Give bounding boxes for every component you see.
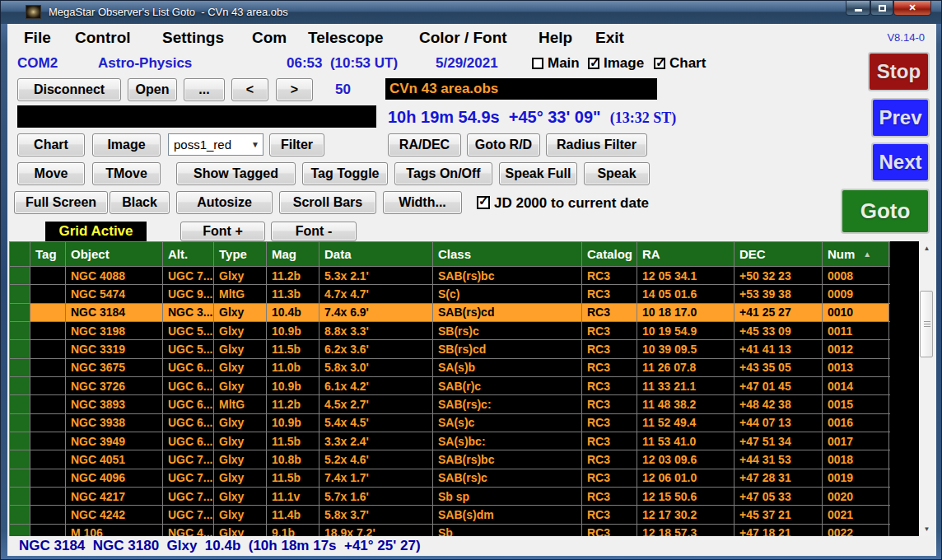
col-header-tag[interactable]: Tag (30, 242, 66, 266)
menu-control[interactable]: Control (75, 29, 131, 47)
next-button[interactable]: Next (871, 142, 930, 182)
prev-button[interactable]: Prev (871, 98, 930, 138)
black-button[interactable]: Black (110, 191, 170, 214)
prev-file-button[interactable]: < (231, 78, 268, 101)
jd2000-checkbox-group[interactable]: JD 2000 to current date (477, 195, 649, 212)
cell-cls: SB(rs)cd (433, 340, 582, 357)
col-header-object[interactable]: Object (66, 242, 163, 266)
table-row[interactable]: NGC 4242UGC 7...Glxy11.4b5.8x 3.7'SAB(s)… (10, 506, 890, 524)
table-row[interactable]: NGC 3938UGC 6...Glxy10.9b5.4x 4.5'SA(s)c… (10, 414, 890, 432)
object-entry-field[interactable] (17, 105, 376, 128)
speak-button[interactable]: Speak (584, 162, 650, 185)
image-button[interactable]: Image (92, 133, 161, 156)
titlebar[interactable]: MegaStar Observer's List Goto - CVn 43 a… (1, 1, 941, 24)
table-row[interactable]: NGC 4217UGC 7...Glxy11.1v5.7x 1.6'Sb spR… (10, 488, 890, 506)
stop-button[interactable]: Stop (868, 52, 930, 91)
table-row[interactable]: NGC 3198UGC 5...Glxy10.9b8.8x 3.3'SB(rs)… (10, 322, 890, 340)
chart-checkbox[interactable] (654, 58, 665, 69)
menu-telescope[interactable]: Telescope (308, 29, 384, 47)
col-header-num[interactable]: Num ▲ (823, 242, 889, 266)
row-indicator (10, 340, 30, 357)
app-window: MegaStar Observer's List Goto - CVn 43 a… (0, 0, 942, 560)
table-row[interactable]: NGC 3319UGC 5...Glxy11.5b6.2x 3.6'SB(rs)… (10, 340, 890, 358)
cell-dec: +48 42 38 (734, 395, 823, 413)
col-header-type[interactable]: Type (214, 242, 267, 266)
cell-alt: UGC 6... (163, 359, 214, 376)
scroll-down-icon[interactable]: ▼ (919, 522, 935, 536)
col-header-catalog[interactable]: Catalog (582, 242, 637, 266)
speak-full-button[interactable]: Speak Full (499, 162, 577, 185)
tmove-button[interactable]: TMove (92, 162, 161, 185)
col-header-dec[interactable]: DEC (734, 242, 823, 266)
sidereal-time: (13:32 ST) (610, 110, 677, 126)
col-header-mag[interactable]: Mag (267, 242, 319, 266)
table-row[interactable]: NGC 3726UGC 6...Glxy10.9b6.1x 4.2'SAB(r)… (10, 377, 890, 395)
image-checkbox[interactable] (588, 58, 599, 69)
open-button[interactable]: Open (128, 78, 177, 101)
survey-dropdown[interactable]: poss1_red ▼ (168, 133, 263, 156)
col-header-data[interactable]: Data (319, 242, 433, 266)
row-indicator (10, 469, 30, 487)
table-row[interactable]: NGC 4088UGC 7...Glxy11.2b5.3x 2.1'SAB(rs… (10, 267, 890, 285)
font-plus-button[interactable]: Font + (180, 222, 265, 241)
tags-onoff-button[interactable]: Tags On/Off (394, 162, 492, 185)
table-row[interactable]: NGC 3949UGC 6...Glxy11.5b3.3x 2.4'SA(s)b… (10, 432, 890, 450)
table-row[interactable]: NGC 3893UGC 6...MltG11.2b4.5x 2.7'SAB(rs… (10, 395, 890, 413)
cell-cls: SAB(r)c (433, 377, 582, 394)
cell-object: NGC 5474 (66, 285, 163, 302)
minimize-button[interactable] (846, 1, 870, 16)
menu-settings[interactable]: Settings (162, 29, 224, 47)
move-button[interactable]: Move (17, 162, 85, 185)
minimize-icon (855, 9, 862, 12)
menu-com[interactable]: Com (252, 29, 287, 47)
menu-color-font[interactable]: Color / Font (419, 29, 507, 47)
tag-toggle-button[interactable]: Tag Toggle (302, 162, 388, 185)
scroll-up-icon[interactable]: ▲ (919, 241, 935, 255)
table-row[interactable]: NGC 3184NGC 3...Glxy10.4b7.4x 6.9'SAB(rs… (10, 304, 890, 322)
main-checkbox-group[interactable]: Main (532, 55, 580, 72)
scrollbar-thumb[interactable] (920, 291, 933, 357)
cell-catalog: RC3 (582, 359, 637, 376)
filter-button[interactable]: Filter (269, 133, 324, 156)
jd2000-checkbox[interactable] (477, 196, 490, 209)
menu-file[interactable]: File (24, 29, 51, 47)
cell-tag (30, 267, 66, 284)
main-checkbox[interactable] (532, 58, 543, 69)
ra-dec-button[interactable]: RA/DEC (388, 133, 461, 156)
scroll-bars-button[interactable]: Scroll Bars (279, 191, 376, 214)
image-checkbox-group[interactable]: Image (588, 55, 644, 72)
font-minus-button[interactable]: Font - (271, 222, 357, 241)
cell-ra: 11 53 41.0 (637, 432, 734, 450)
table-row[interactable]: NGC 4096UGC 7...Glxy11.5b7.4x 1.7'SAB(rs… (10, 469, 890, 488)
col-header-alt[interactable]: Alt. (163, 242, 214, 266)
more-files-button[interactable]: ... (184, 78, 225, 101)
table-scrollbar[interactable]: ▲ ▼ (919, 241, 935, 536)
close-icon: ✕ (908, 2, 916, 13)
cell-object: NGC 4242 (66, 506, 163, 523)
cell-type: Glxy (214, 304, 267, 321)
col-header-ra[interactable]: RA (637, 242, 734, 266)
col-header-class[interactable]: Class (433, 242, 582, 266)
table-row[interactable]: NGC 5474UGC 9...MltG11.3b4.7x 4.7'S(c)RC… (10, 285, 890, 303)
chart-button[interactable]: Chart (17, 133, 85, 156)
radius-filter-button[interactable]: Radius Filter (546, 133, 647, 156)
menu-help[interactable]: Help (539, 29, 572, 47)
autosize-button[interactable]: Autosize (176, 191, 273, 214)
next-file-button[interactable]: > (276, 78, 313, 101)
maximize-button[interactable] (870, 1, 893, 16)
cell-tag (30, 395, 66, 413)
goto-rd-button[interactable]: Goto R/D (467, 133, 540, 156)
goto-button[interactable]: Goto (841, 189, 930, 234)
show-tagged-button[interactable]: Show Tagged (176, 162, 296, 185)
full-screen-button[interactable]: Full Screen (14, 191, 108, 214)
width-button[interactable]: Width... (383, 191, 462, 214)
cell-alt: UGC 5... (163, 322, 214, 339)
close-button[interactable]: ✕ (893, 1, 931, 16)
table-row[interactable]: NGC 4051UGC 7...Glxy10.8b5.2x 4.6'SAB(rs… (10, 450, 890, 469)
table-row[interactable]: M 106NGC 4...Glxy9.1b18.9x 7.2'SbRC312 1… (10, 525, 890, 536)
table-row[interactable]: NGC 3675UGC 6...Glxy11.0b5.8x 3.0'SA(s)b… (10, 359, 890, 377)
menu-exit[interactable]: Exit (595, 29, 624, 47)
disconnect-button[interactable]: Disconnect (17, 78, 121, 101)
cell-tag (30, 488, 66, 505)
chart-checkbox-group[interactable]: Chart (654, 55, 706, 72)
